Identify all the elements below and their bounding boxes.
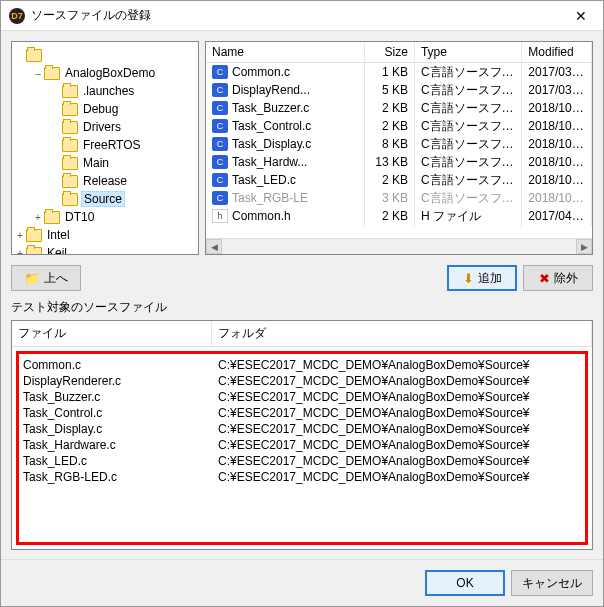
- titlebar: D7 ソースファイルの登録 ✕: [1, 1, 603, 31]
- tree-label: FreeRTOS: [81, 138, 143, 152]
- folder-icon: [44, 211, 60, 224]
- folder-icon: [62, 139, 78, 152]
- selected-row[interactable]: Task_Hardware.cC:¥ESEC2017_MCDC_DEMO¥Ana…: [19, 438, 585, 454]
- file-row[interactable]: Task_Display.c8 KBC言語ソースファイル2018/10/29: [206, 135, 592, 153]
- tree-label: Release: [81, 174, 129, 188]
- action-row: 📁上へ ⬇追加 ✖除外: [1, 261, 603, 299]
- tree-item[interactable]: FreeRTOS: [14, 136, 196, 154]
- file-row[interactable]: Task_Control.c2 KBC言語ソースファイル2018/10/29: [206, 117, 592, 135]
- x-icon: ✖: [539, 272, 550, 285]
- tree-label: DT10: [63, 210, 96, 224]
- upper-pane: –AnalogBoxDemo.launchesDebugDriversFreeR…: [1, 31, 603, 261]
- file-icon: [212, 101, 228, 115]
- tree-label: .launches: [81, 84, 136, 98]
- col-folder[interactable]: フォルダ: [212, 321, 592, 346]
- file-icon: [212, 191, 228, 205]
- tree-item[interactable]: Source: [14, 190, 196, 208]
- selected-row[interactable]: Task_Display.cC:¥ESEC2017_MCDC_DEMO¥Anal…: [19, 422, 585, 438]
- file-row[interactable]: Task_RGB-LE3 KBC言語ソースファイル2018/10/29: [206, 189, 592, 207]
- folder-icon: [62, 157, 78, 170]
- dialog-window: D7 ソースファイルの登録 ✕ –AnalogBoxDemo.launchesD…: [0, 0, 604, 607]
- scroll-track[interactable]: [222, 239, 576, 254]
- selected-files-list[interactable]: ファイル フォルダ Common.cC:¥ESEC2017_MCDC_DEMO¥…: [11, 320, 593, 550]
- col-modified[interactable]: Modified: [522, 42, 592, 62]
- tree-item[interactable]: .launches: [14, 82, 196, 100]
- folder-icon: [62, 193, 78, 206]
- file-icon: [212, 137, 228, 151]
- file-list-body: Common.c1 KBC言語ソースファイル2017/03/30DisplayR…: [206, 63, 592, 238]
- tree-item[interactable]: +Intel: [14, 226, 196, 244]
- scroll-right-icon[interactable]: ▶: [576, 239, 592, 254]
- file-list-header: Name Size Type Modified: [206, 42, 592, 63]
- selected-row[interactable]: Task_Control.cC:¥ESEC2017_MCDC_DEMO¥Anal…: [19, 406, 585, 422]
- cancel-button[interactable]: キャンセル: [511, 570, 593, 596]
- h-scrollbar[interactable]: ◀ ▶: [206, 238, 592, 254]
- selected-row[interactable]: Task_RGB-LED.cC:¥ESEC2017_MCDC_DEMO¥Anal…: [19, 470, 585, 486]
- tree-label: Source: [81, 191, 125, 207]
- selected-body: Common.cC:¥ESEC2017_MCDC_DEMO¥AnalogBoxD…: [16, 351, 588, 545]
- file-list[interactable]: Name Size Type Modified Common.c1 KBC言語ソ…: [205, 41, 593, 255]
- tree-item[interactable]: Debug: [14, 100, 196, 118]
- file-row[interactable]: Common.h2 KBH ファイル2017/04/20: [206, 207, 592, 225]
- tree-item[interactable]: –AnalogBoxDemo: [14, 64, 196, 82]
- folder-icon: [44, 67, 60, 80]
- expand-icon[interactable]: +: [32, 212, 44, 223]
- col-type[interactable]: Type: [415, 42, 522, 62]
- tree-label: AnalogBoxDemo: [63, 66, 157, 80]
- tree-item[interactable]: +DT10: [14, 208, 196, 226]
- folder-icon: [26, 247, 42, 256]
- window-title: ソースファイルの登録: [31, 7, 558, 24]
- tree-item[interactable]: Main: [14, 154, 196, 172]
- remove-button[interactable]: ✖除外: [523, 265, 593, 291]
- folder-up-icon: 📁: [24, 272, 40, 285]
- file-icon: [212, 155, 228, 169]
- selected-row[interactable]: Task_Buzzer.cC:¥ESEC2017_MCDC_DEMO¥Analo…: [19, 390, 585, 406]
- folder-icon: [62, 103, 78, 116]
- folder-tree[interactable]: –AnalogBoxDemo.launchesDebugDriversFreeR…: [11, 41, 199, 255]
- folder-icon: [62, 175, 78, 188]
- file-icon: [212, 65, 228, 79]
- add-button[interactable]: ⬇追加: [447, 265, 517, 291]
- file-row[interactable]: Common.c1 KBC言語ソースファイル2017/03/30: [206, 63, 592, 81]
- up-button[interactable]: 📁上へ: [11, 265, 81, 291]
- col-size[interactable]: Size: [365, 42, 415, 62]
- folder-icon: [62, 85, 78, 98]
- tree-label: Drivers: [81, 120, 123, 134]
- tree-item[interactable]: Drivers: [14, 118, 196, 136]
- expand-icon[interactable]: +: [14, 248, 26, 256]
- file-row[interactable]: Task_Hardw...13 KBC言語ソースファイル2018/10/29: [206, 153, 592, 171]
- col-file[interactable]: ファイル: [12, 321, 212, 346]
- selected-header: ファイル フォルダ: [12, 321, 592, 347]
- tree-item[interactable]: [14, 46, 196, 64]
- expand-icon[interactable]: –: [32, 68, 44, 79]
- tree-label: Keil: [45, 246, 69, 255]
- file-icon: [212, 119, 228, 133]
- tree-item[interactable]: Release: [14, 172, 196, 190]
- file-icon: [212, 173, 228, 187]
- folder-icon: [26, 229, 42, 242]
- tree-label: Main: [81, 156, 111, 170]
- tree-label: Intel: [45, 228, 72, 242]
- close-button[interactable]: ✕: [558, 1, 603, 31]
- file-row[interactable]: Task_LED.c2 KBC言語ソースファイル2018/10/29: [206, 171, 592, 189]
- expand-icon[interactable]: +: [14, 230, 26, 241]
- tree-label: Debug: [81, 102, 120, 116]
- folder-icon: [62, 121, 78, 134]
- ok-button[interactable]: OK: [425, 570, 505, 596]
- col-name[interactable]: Name: [206, 42, 365, 62]
- arrow-down-icon: ⬇: [463, 272, 474, 285]
- file-row[interactable]: Task_Buzzer.c2 KBC言語ソースファイル2018/10/29: [206, 99, 592, 117]
- selected-row[interactable]: DisplayRenderer.cC:¥ESEC2017_MCDC_DEMO¥A…: [19, 374, 585, 390]
- file-icon: [212, 209, 228, 223]
- app-icon: D7: [9, 8, 25, 24]
- folder-icon: [26, 49, 42, 62]
- scroll-left-icon[interactable]: ◀: [206, 239, 222, 254]
- section-label: テスト対象のソースファイル: [1, 299, 603, 320]
- file-row[interactable]: DisplayRend...5 KBC言語ソースファイル2017/03/29: [206, 81, 592, 99]
- tree-item[interactable]: +Keil: [14, 244, 196, 255]
- file-icon: [212, 83, 228, 97]
- selected-row[interactable]: Task_LED.cC:¥ESEC2017_MCDC_DEMO¥AnalogBo…: [19, 454, 585, 470]
- selected-row[interactable]: Common.cC:¥ESEC2017_MCDC_DEMO¥AnalogBoxD…: [19, 358, 585, 374]
- footer: OK キャンセル: [1, 559, 603, 606]
